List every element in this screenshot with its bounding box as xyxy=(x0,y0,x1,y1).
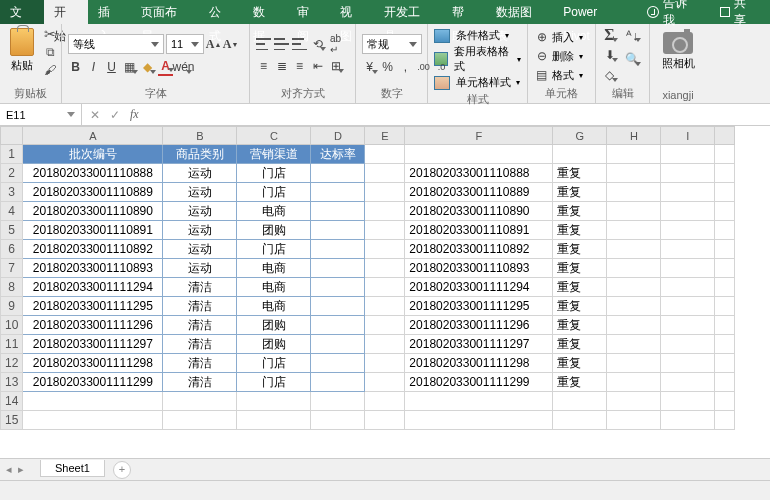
camera-button[interactable]: 照相机 xyxy=(658,26,699,73)
cell[interactable] xyxy=(607,278,661,297)
cell[interactable]: 商品类别 xyxy=(163,145,237,164)
cell[interactable]: 电商 xyxy=(237,297,311,316)
select-all-corner[interactable] xyxy=(1,127,23,145)
cell[interactable] xyxy=(163,392,237,411)
cell[interactable]: 电商 xyxy=(237,278,311,297)
orientation-icon[interactable]: ⟲ xyxy=(310,35,325,53)
cell[interactable] xyxy=(311,335,365,354)
cell[interactable]: 201802033001111296 xyxy=(23,316,163,335)
cell[interactable] xyxy=(553,392,607,411)
cell[interactable]: 201802033001111298 xyxy=(23,354,163,373)
format-painter-icon[interactable]: 🖌 xyxy=(42,62,58,78)
cell[interactable]: 201802033001111295 xyxy=(23,297,163,316)
conditional-format-button[interactable]: 条件格式▾ xyxy=(434,28,509,43)
cell[interactable] xyxy=(607,164,661,183)
cell[interactable]: 201802033001111294 xyxy=(405,278,553,297)
cell[interactable] xyxy=(365,164,405,183)
cell[interactable]: 201802033001111297 xyxy=(405,335,553,354)
cell[interactable]: 201802033001110890 xyxy=(23,202,163,221)
phonetic-button[interactable]: wén xyxy=(176,58,191,76)
cell[interactable] xyxy=(553,411,607,430)
cell[interactable] xyxy=(311,164,365,183)
col-header[interactable]: A xyxy=(23,127,163,145)
sort-filter-button[interactable]: ᴬ↓ xyxy=(625,26,640,44)
tab-5[interactable]: 审阅 xyxy=(287,0,331,24)
cell[interactable]: 清洁 xyxy=(163,297,237,316)
row-header[interactable]: 5 xyxy=(1,221,23,240)
sheet-nav-last-icon[interactable]: ▸ xyxy=(18,463,24,476)
cell[interactable] xyxy=(405,411,553,430)
tab-4[interactable]: 数据 xyxy=(243,0,287,24)
col-header[interactable]: B xyxy=(163,127,237,145)
cell[interactable] xyxy=(661,392,715,411)
cell[interactable] xyxy=(311,278,365,297)
shrink-font-icon[interactable]: A▼ xyxy=(223,35,238,53)
tab-8[interactable]: 帮助 xyxy=(442,0,486,24)
col-header[interactable]: H xyxy=(607,127,661,145)
row-header[interactable]: 12 xyxy=(1,354,23,373)
cell-styles-button[interactable]: 单元格样式▾ xyxy=(434,75,520,90)
cell[interactable] xyxy=(365,259,405,278)
cell[interactable]: 团购 xyxy=(237,221,311,240)
cell[interactable] xyxy=(311,354,365,373)
cell[interactable]: 201802033001110889 xyxy=(405,183,553,202)
tab-9[interactable]: 数据图表 xyxy=(486,0,554,24)
row-header[interactable]: 6 xyxy=(1,240,23,259)
tab-file[interactable]: 文件 xyxy=(0,0,44,24)
fx-icon[interactable]: fx xyxy=(130,107,139,122)
cell[interactable] xyxy=(661,145,715,164)
cell[interactable] xyxy=(365,278,405,297)
number-format-select[interactable]: 常规 xyxy=(362,34,422,54)
cell[interactable]: 201802033001110890 xyxy=(405,202,553,221)
cell[interactable]: 201802033001110889 xyxy=(23,183,163,202)
find-select-button[interactable]: 🔍 xyxy=(625,50,640,68)
cell[interactable]: 重复 xyxy=(553,183,607,202)
col-header[interactable]: E xyxy=(365,127,405,145)
cell[interactable] xyxy=(661,297,715,316)
grow-font-icon[interactable]: A▲ xyxy=(206,35,221,53)
cell[interactable]: 重复 xyxy=(553,297,607,316)
cell[interactable]: 重复 xyxy=(553,202,607,221)
autosum-button[interactable]: Σ xyxy=(602,26,617,44)
fill-color-button[interactable]: ◆ xyxy=(140,58,155,76)
name-box[interactable]: E11 xyxy=(0,104,82,125)
cell[interactable] xyxy=(607,259,661,278)
cell[interactable] xyxy=(365,183,405,202)
cell[interactable] xyxy=(607,392,661,411)
cell[interactable] xyxy=(607,335,661,354)
currency-icon[interactable]: ¥ xyxy=(362,58,377,76)
dec-decimal-icon[interactable]: .0 xyxy=(434,58,449,76)
cell[interactable]: 重复 xyxy=(553,278,607,297)
tab-3[interactable]: 公式 xyxy=(199,0,243,24)
cell[interactable] xyxy=(311,411,365,430)
cell[interactable]: 团购 xyxy=(237,316,311,335)
align-left-icon[interactable]: ≡ xyxy=(256,57,271,75)
font-color-button[interactable]: A xyxy=(158,58,173,76)
col-header[interactable]: F xyxy=(405,127,553,145)
cell[interactable]: 清洁 xyxy=(163,278,237,297)
percent-icon[interactable]: % xyxy=(380,58,395,76)
cell[interactable]: 重复 xyxy=(553,316,607,335)
spreadsheet-grid[interactable]: ABCDEFGHI1批次编号商品类别营销渠道达标率220180203300111… xyxy=(0,126,770,458)
fill-button[interactable]: ⬇ xyxy=(602,46,617,64)
comma-icon[interactable]: , xyxy=(398,58,413,76)
cell[interactable] xyxy=(237,411,311,430)
cell[interactable]: 清洁 xyxy=(163,354,237,373)
cell[interactable]: 201802033001111299 xyxy=(405,373,553,392)
cell[interactable] xyxy=(163,411,237,430)
cell[interactable]: 清洁 xyxy=(163,316,237,335)
cell[interactable] xyxy=(661,221,715,240)
format-cells-button[interactable]: ▤格式▾ xyxy=(534,66,583,84)
cell[interactable]: 运动 xyxy=(163,221,237,240)
cell[interactable] xyxy=(607,373,661,392)
cell[interactable] xyxy=(661,373,715,392)
cell[interactable] xyxy=(311,373,365,392)
share-button[interactable]: 共享 xyxy=(708,0,770,29)
border-button[interactable]: ▦ xyxy=(122,58,137,76)
italic-button[interactable]: I xyxy=(86,58,101,76)
col-header[interactable]: D xyxy=(311,127,365,145)
cell[interactable] xyxy=(311,297,365,316)
cell[interactable] xyxy=(661,278,715,297)
cut-icon[interactable]: ✂ xyxy=(42,26,58,42)
insert-cells-button[interactable]: ⊕插入▾ xyxy=(534,28,583,46)
